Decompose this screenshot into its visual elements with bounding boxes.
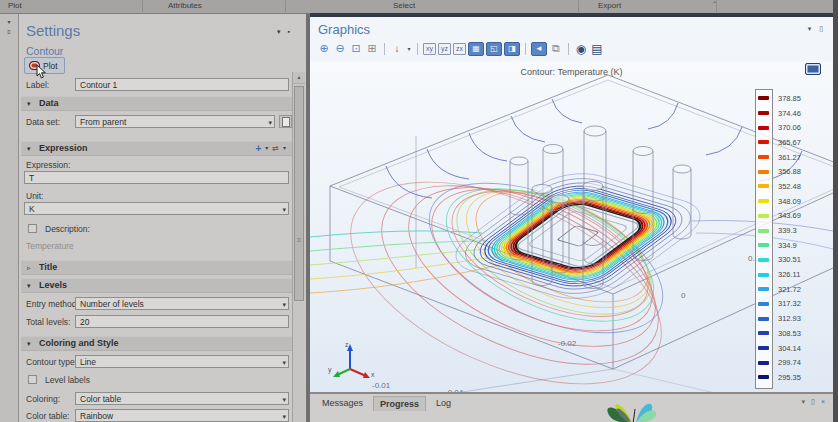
settings-node-type: Contour xyxy=(26,45,63,57)
tab-progress[interactable]: Progress xyxy=(373,396,426,411)
legend-value: 330.51 xyxy=(778,255,801,264)
view-zx-icon[interactable]: zx xyxy=(453,43,466,55)
add-expression-icon[interactable]: + xyxy=(255,142,261,155)
graphics-panel: Graphics ▾ ▯ ⊕⊖⊡⊞↓▾xyyzzx▦◱◨◄⧉◉▤ xyxy=(310,13,833,396)
image-snapshot-icon[interactable]: ◉ xyxy=(574,41,588,56)
rail-minimize-icon[interactable]: ▾ xyxy=(0,18,18,25)
collapse-triangle-icon[interactable]: ▹ xyxy=(27,261,31,274)
plot-canvas[interactable]: Contour: Temperature (K) 0.020-0.02-0.01… xyxy=(310,61,833,396)
legend-entry: 334.9 xyxy=(755,238,801,253)
go-to-default-view-icon[interactable]: ↓ xyxy=(390,41,404,56)
ribbon-group-label[interactable]: Select xyxy=(393,1,415,10)
select-mode-icon[interactable]: ◄ xyxy=(531,42,547,56)
settings-panel: Settings ▾ ▪ Contour Plot Label: Contour… xyxy=(19,14,306,422)
label-input[interactable]: Contour 1 xyxy=(75,78,289,91)
legend-entry: 374.46 xyxy=(755,106,801,121)
legend-value: 308.53 xyxy=(778,329,801,338)
dataset-label: Data set: xyxy=(26,117,60,127)
description-value: Temperature xyxy=(26,241,74,251)
section-header-levels[interactable]: ▾ Levels xyxy=(21,278,292,293)
toolbar-separator[interactable] xyxy=(568,43,569,55)
zoom-in-icon[interactable]: ⊕ xyxy=(317,41,331,56)
collapse-triangle-icon[interactable]: ▾ xyxy=(27,279,31,292)
messages-close-icon[interactable]: × xyxy=(821,398,825,406)
copy-image-icon[interactable]: ⧉ xyxy=(549,41,563,56)
legend-color-dash xyxy=(758,184,769,188)
ribbon-group-label[interactable]: Plot xyxy=(8,1,22,10)
contour-type-dropdown[interactable]: Line ▾ xyxy=(75,355,289,368)
legend-value: 339.3 xyxy=(778,226,797,235)
zoom-extents-icon[interactable]: ⊞ xyxy=(365,41,379,56)
level-labels-checkbox[interactable] xyxy=(28,375,37,384)
graphics-window-icon[interactable]: ▯ xyxy=(819,25,823,33)
section-header-expression[interactable]: ▾ Expression + ▾ ⇄ ▾ xyxy=(21,141,292,156)
total-levels-input[interactable]: 20 xyxy=(75,315,289,328)
color-legend: 378.85 374.46 370.06 xyxy=(755,91,801,385)
legend-value: 304.14 xyxy=(778,344,801,353)
view-yz-icon[interactable]: yz xyxy=(438,43,451,55)
tab-log[interactable]: Log xyxy=(430,396,457,411)
toolbar-separator[interactable] xyxy=(384,43,385,55)
messages-float-icon[interactable]: ▯ xyxy=(811,398,815,406)
coloring-dropdown[interactable]: Color table ▾ xyxy=(75,392,289,405)
legend-color-dash xyxy=(758,361,769,365)
graphics-title: Graphics xyxy=(318,22,370,37)
legend-entry: 370.06 xyxy=(755,120,801,135)
zoom-out-icon[interactable]: ⊖ xyxy=(333,41,347,56)
legend-value: 365.67 xyxy=(778,138,801,147)
dataset-dropdown[interactable]: From parent ▾ xyxy=(75,115,275,128)
entry-method-dropdown[interactable]: Number of levels ▾ xyxy=(75,297,289,310)
legend-entry: 339.3 xyxy=(755,223,801,238)
legend-color-dash xyxy=(758,126,769,130)
settings-pin-icon[interactable]: ▪ xyxy=(288,28,290,36)
tab-messages[interactable]: Messages xyxy=(316,396,369,411)
environment-icon[interactable]: ◨ xyxy=(504,42,520,56)
plot-window-icon[interactable] xyxy=(805,63,821,75)
legend-entry: 295.35 xyxy=(755,370,801,385)
section-header-data[interactable]: ▾ Data xyxy=(21,96,292,111)
description-checkbox[interactable] xyxy=(28,224,37,233)
section-header-coloring[interactable]: ▾ Coloring and Style xyxy=(21,336,292,351)
zoom-box-icon[interactable]: ⊡ xyxy=(349,41,363,56)
expression-input[interactable]: T xyxy=(24,171,289,184)
collapsed-panel-rail[interactable]: ▾ ≡ xyxy=(0,14,19,422)
view-dropdown-icon[interactable]: ▾ xyxy=(406,41,412,56)
scrollbar-thumb[interactable]: ≡ xyxy=(294,86,304,301)
toolbar-separator[interactable] xyxy=(525,43,526,55)
add-expression-dropdown-icon[interactable]: ▾ xyxy=(265,142,268,155)
legend-color-dash xyxy=(758,170,769,174)
legend-entry: 312.93 xyxy=(755,311,801,326)
scene-light-icon[interactable]: ▦ xyxy=(468,42,484,56)
dropdown-arrow-icon: ▾ xyxy=(282,410,286,422)
replace-expression-icon[interactable]: ⇄ xyxy=(272,142,279,155)
section-header-title[interactable]: ▹ Title xyxy=(21,260,292,275)
settings-menu-icon[interactable]: ▾ xyxy=(277,28,281,36)
ribbon-group-label[interactable]: Attributes xyxy=(168,1,202,10)
collapse-triangle-icon[interactable]: ▾ xyxy=(27,337,31,350)
color-table-dropdown[interactable]: Rainbow ▾ xyxy=(75,409,289,422)
unit-combobox[interactable]: K ▾ xyxy=(24,202,289,215)
legend-value: 299.74 xyxy=(778,358,801,367)
legend-value: 312.93 xyxy=(778,314,801,323)
collapse-triangle-icon[interactable]: ▾ xyxy=(27,97,31,110)
legend-value: 295.35 xyxy=(778,373,801,382)
ribbon-collapse-icon[interactable]: ⌃ xyxy=(712,0,717,7)
settings-scrollbar[interactable]: ▲ ≡ xyxy=(292,72,305,422)
new-dataset-icon xyxy=(282,117,290,127)
legend-value: 352.48 xyxy=(778,182,801,191)
create-dataset-button[interactable] xyxy=(279,115,292,128)
legend-entry: 304.14 xyxy=(755,341,801,356)
view-xy-icon[interactable]: xy xyxy=(423,43,436,55)
collapse-triangle-icon[interactable]: ▾ xyxy=(27,142,31,155)
ribbon-group-label[interactable]: Export xyxy=(598,1,621,10)
plot-title: Contour: Temperature (K) xyxy=(310,67,833,77)
messages-menu-icon[interactable]: ▾ xyxy=(802,398,806,406)
replace-expression-dropdown-icon[interactable]: ▾ xyxy=(283,142,286,155)
transparency-icon[interactable]: ◱ xyxy=(486,42,502,56)
legend-entry: 356.88 xyxy=(755,164,801,179)
graphics-menu-icon[interactable]: ▾ xyxy=(808,25,812,33)
toolbar-separator[interactable] xyxy=(417,43,418,55)
print-icon[interactable]: ▤ xyxy=(590,41,604,56)
rail-menu-icon[interactable]: ≡ xyxy=(0,29,18,35)
scrollbar-up-icon[interactable]: ▲ xyxy=(293,72,305,84)
